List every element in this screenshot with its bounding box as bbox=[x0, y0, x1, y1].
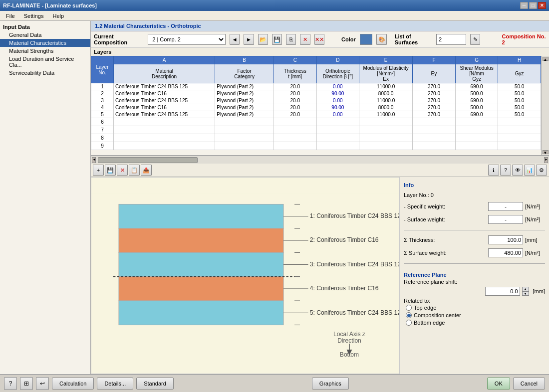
cell-h: 50.0 bbox=[498, 90, 541, 97]
cell-no: 3 bbox=[91, 97, 114, 104]
save-row-btn[interactable]: 💾 bbox=[105, 165, 116, 176]
status-bar: ? ⊞ ↩ Calculation Details... Standard Gr… bbox=[0, 374, 549, 392]
menu-help[interactable]: Help bbox=[48, 12, 68, 20]
ref-shift-row: Reference plane shift: bbox=[404, 279, 545, 285]
export-btn[interactable]: 📤 bbox=[141, 165, 152, 176]
menu-file[interactable]: File bbox=[2, 12, 19, 20]
graphics-area: 1: Coniferous Timber C24 BBS 125 2: Coni… bbox=[91, 177, 549, 374]
copy-btn[interactable]: ⎘ bbox=[286, 34, 296, 45]
radio-top-edge[interactable]: Top edge bbox=[406, 305, 545, 311]
sidebar-item-serviceability[interactable]: Serviceability Data bbox=[0, 69, 90, 77]
sum-thickness-value[interactable] bbox=[488, 235, 523, 244]
current-composition-label: Current Composition bbox=[94, 33, 144, 45]
cell-direction: 90.00 bbox=[316, 104, 359, 111]
nav-prev-btn[interactable]: ◄ bbox=[230, 34, 240, 45]
delete-all-btn[interactable]: ✕✕ bbox=[314, 34, 324, 45]
cell-material: Coniferous Timber C24 BBS 125 bbox=[113, 111, 215, 118]
sidebar-item-load-duration[interactable]: Load Duration and Service Cla... bbox=[0, 55, 90, 69]
cell-direction: 0.00 bbox=[316, 97, 359, 104]
info-btn[interactable]: ℹ bbox=[488, 165, 499, 176]
add-row-btn[interactable]: + bbox=[93, 165, 104, 176]
open-file-btn[interactable]: 📂 bbox=[258, 34, 268, 45]
cell-gyz: 690.0 bbox=[455, 97, 498, 104]
view-btn[interactable]: 👁 bbox=[512, 165, 523, 176]
specific-weight-value[interactable] bbox=[488, 202, 523, 211]
table-row[interactable]: 7 bbox=[91, 126, 541, 134]
save-btn[interactable]: 💾 bbox=[272, 34, 282, 45]
minimize-button[interactable]: ─ bbox=[520, 2, 528, 9]
table-row[interactable]: 3 Coniferous Timber C24 BBS 125 Plywood … bbox=[91, 97, 541, 104]
close-button[interactable]: ✕ bbox=[538, 2, 546, 9]
import-btn[interactable]: 📋 bbox=[129, 165, 140, 176]
surface-weight-value[interactable] bbox=[488, 215, 523, 224]
cell-ex: 8000.0 bbox=[359, 104, 413, 111]
svg-rect-3 bbox=[119, 252, 283, 276]
status-icon-3[interactable]: ↩ bbox=[36, 377, 49, 390]
nav-next-btn[interactable]: ► bbox=[244, 34, 254, 45]
color-edit-btn[interactable]: 🎨 bbox=[376, 34, 386, 45]
cell-material: Coniferous Timber C16 bbox=[113, 104, 215, 111]
table-row[interactable]: 8 bbox=[91, 134, 541, 142]
radio-group-reference: Top edge Composition center Bottom edge bbox=[406, 305, 545, 326]
col-subheader-h: Gyz bbox=[498, 64, 541, 83]
cell-factor: Plywood (Part 2) bbox=[215, 111, 274, 118]
ref-shift-spinner[interactable]: ▲ ▼ bbox=[522, 287, 529, 296]
surfaces-edit-btn[interactable]: ✎ bbox=[470, 34, 480, 45]
spin-up-btn[interactable]: ▲ bbox=[522, 287, 529, 291]
maximize-button[interactable]: □ bbox=[529, 2, 537, 9]
cell-ex: 8000.0 bbox=[359, 90, 413, 97]
sidebar-item-general-data[interactable]: General Data bbox=[0, 31, 90, 39]
status-icon-2[interactable]: ⊞ bbox=[20, 377, 33, 390]
table-row[interactable]: 2 Coniferous Timber C16 Plywood (Part 2)… bbox=[91, 90, 541, 97]
table-row[interactable]: 5 Coniferous Timber C24 BBS 125 Plywood … bbox=[91, 111, 541, 118]
delete-btn[interactable]: ✕ bbox=[300, 34, 310, 45]
radio-bottom-edge-circle bbox=[406, 320, 412, 326]
layer-no-row: Layer No.: 0 bbox=[404, 192, 545, 198]
cell-no: 2 bbox=[91, 90, 114, 97]
cell-h: 50.0 bbox=[498, 97, 541, 104]
specific-weight-unit: [N/m³] bbox=[525, 203, 545, 209]
delete-row-btn[interactable]: ✕ bbox=[117, 165, 128, 176]
standard-button[interactable]: Standard bbox=[136, 378, 174, 390]
surfaces-input[interactable] bbox=[436, 34, 466, 45]
calculation-button[interactable]: Calculation bbox=[52, 378, 94, 390]
table-scrollbar[interactable]: ▲ ▼ bbox=[541, 56, 549, 155]
graphics-button[interactable]: Graphics bbox=[312, 378, 349, 390]
table-row[interactable]: 9 bbox=[91, 142, 541, 150]
cell-direction: 90.00 bbox=[316, 90, 359, 97]
horiz-scrollbar[interactable]: ◄ ► bbox=[91, 156, 549, 164]
table-container[interactable]: LayerNo. A B C D E F G H MaterialDescrip… bbox=[91, 56, 549, 156]
col-subheader-material: MaterialDescription bbox=[113, 64, 215, 83]
spin-down-btn[interactable]: ▼ bbox=[522, 291, 529, 296]
help-btn[interactable]: ? bbox=[500, 165, 511, 176]
table-row[interactable]: 4 Coniferous Timber C16 Plywood (Part 2)… bbox=[91, 104, 541, 111]
layer-diagram: 1: Coniferous Timber C24 BBS 125 2: Coni… bbox=[91, 178, 399, 374]
chart-btn[interactable]: 📊 bbox=[524, 165, 535, 176]
col-header-f: F bbox=[413, 56, 456, 64]
surface-weight-label: - Surface weight: bbox=[404, 216, 486, 222]
radio-composition-center-circle bbox=[406, 312, 412, 318]
cell-thickness: 20.0 bbox=[274, 111, 316, 118]
composition-select[interactable]: 2 | Comp. 2 bbox=[148, 34, 226, 45]
surface-weight-unit: [N/m²] bbox=[525, 216, 545, 222]
cell-no: 4 bbox=[91, 104, 114, 111]
status-icon-1[interactable]: ? bbox=[4, 377, 17, 390]
menu-settings[interactable]: Settings bbox=[20, 12, 48, 20]
radio-bottom-edge[interactable]: Bottom edge bbox=[406, 320, 545, 326]
ref-shift-input[interactable] bbox=[485, 287, 520, 296]
cancel-button[interactable]: Cancel bbox=[513, 378, 545, 390]
table-row[interactable]: 6 bbox=[91, 118, 541, 126]
color-picker-btn[interactable] bbox=[360, 34, 373, 45]
sidebar-item-material-strengths[interactable]: Material Strengths bbox=[0, 47, 90, 55]
related-to-label: Related to: bbox=[404, 298, 430, 304]
ok-button[interactable]: OK bbox=[487, 378, 510, 390]
details-button[interactable]: Details... bbox=[97, 378, 133, 390]
cell-ey: 270.0 bbox=[413, 104, 456, 111]
sidebar-item-material-characteristics[interactable]: Material Characteristics bbox=[0, 39, 90, 47]
col-header-layerno: LayerNo. bbox=[91, 56, 114, 83]
radio-composition-center[interactable]: Composition center bbox=[406, 312, 545, 318]
settings2-btn[interactable]: ⚙ bbox=[536, 165, 547, 176]
comp-no-label: Composition No. 2 bbox=[502, 33, 546, 45]
table-row[interactable]: 1 Coniferous Timber C24 BBS 125 Plywood … bbox=[91, 83, 541, 90]
sum-surface-weight-value[interactable] bbox=[488, 248, 523, 257]
